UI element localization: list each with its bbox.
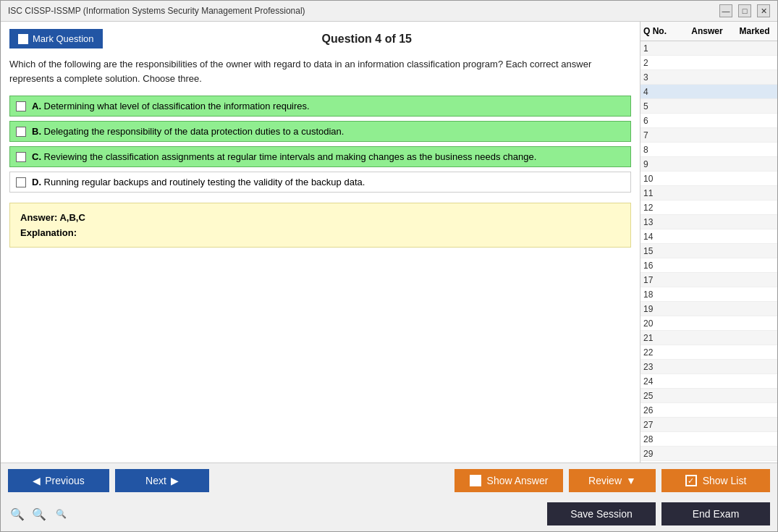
zoom-controls: 🔍 🔍 🔍 <box>8 504 70 523</box>
option-a-text: A. Determining what level of classificat… <box>32 101 310 111</box>
zoom-out-button[interactable]: 🔍 <box>30 504 48 523</box>
q-num: 17 <box>643 275 680 285</box>
q-num: 12 <box>643 203 680 213</box>
question-list-row[interactable]: 17 <box>640 273 777 287</box>
next-arrow-icon: ▶ <box>171 475 179 486</box>
question-list-row[interactable]: 18 <box>640 287 777 302</box>
question-list-row[interactable]: 14 <box>640 229 777 244</box>
end-exam-label: End Exam <box>693 508 740 520</box>
option-a[interactable]: A. Determining what level of classificat… <box>9 96 631 117</box>
question-list[interactable]: 1 2 3 4 5 6 7 8 <box>640 41 777 463</box>
save-session-button[interactable]: Save Session <box>547 502 656 525</box>
option-b[interactable]: B. Delegating the responsibility of the … <box>9 121 631 142</box>
option-d-text: D. Running regular backups and routinely… <box>32 177 365 187</box>
question-list-row[interactable]: 11 <box>640 186 777 200</box>
q-num: 4 <box>643 87 680 97</box>
question-list-row[interactable]: 20 <box>640 316 777 331</box>
answer-box: Answer: A,B,C Explanation: <box>9 203 631 248</box>
zoom-reset-button[interactable]: 🔍 <box>51 504 70 523</box>
question-text: Which of the following are the responsib… <box>9 57 631 85</box>
q-num: 2 <box>643 58 680 68</box>
q-num: 28 <box>643 434 680 444</box>
question-list-row[interactable]: 29 <box>640 447 777 461</box>
q-num: 23 <box>643 362 680 372</box>
right-panel-header: Q No. Answer Marked <box>640 22 777 41</box>
explanation-label: Explanation: <box>20 227 620 238</box>
q-num: 8 <box>643 145 680 155</box>
option-a-checkbox[interactable] <box>16 101 26 111</box>
title-bar: ISC CISSP-ISSMP (Information Systems Sec… <box>1 1 777 22</box>
show-list-button[interactable]: Show List <box>661 469 770 492</box>
col-marked-header: Marked <box>735 26 774 36</box>
question-list-row[interactable]: 2 <box>640 56 777 70</box>
left-panel: Mark Question Question 4 of 15 Which of … <box>1 22 640 463</box>
question-list-row[interactable]: 25 <box>640 389 777 403</box>
question-list-row[interactable]: 23 <box>640 360 777 374</box>
zoom-in-button[interactable]: 🔍 <box>8 504 27 523</box>
q-num: 16 <box>643 261 680 271</box>
review-arrow-icon: ▼ <box>626 475 636 486</box>
previous-label: Previous <box>45 475 84 486</box>
bottom-bar: ◀ Previous Next ▶ Show Answer Review ▼ S… <box>1 463 777 531</box>
q-num: 26 <box>643 405 680 415</box>
question-list-row[interactable]: 10 <box>640 172 777 186</box>
show-list-check-icon <box>685 475 697 486</box>
q-num: 9 <box>643 159 680 169</box>
question-list-row[interactable]: 1 <box>640 41 777 56</box>
question-list-row[interactable]: 26 <box>640 403 777 418</box>
q-num: 25 <box>643 391 680 401</box>
question-list-row[interactable]: 8 <box>640 143 777 157</box>
window-controls[interactable]: — □ ✕ <box>719 4 770 17</box>
save-session-label: Save Session <box>570 508 633 520</box>
col-qno-header: Q No. <box>643 26 680 36</box>
question-list-row[interactable]: 13 <box>640 215 777 229</box>
nav-buttons: ◀ Previous Next ▶ Show Answer Review ▼ S… <box>1 463 777 498</box>
prev-arrow-icon: ◀ <box>33 475 41 486</box>
q-num: 20 <box>643 318 680 329</box>
option-c-checkbox[interactable] <box>16 152 26 162</box>
q-num: 15 <box>643 246 680 256</box>
question-list-row[interactable]: 24 <box>640 374 777 389</box>
next-label: Next <box>145 475 166 486</box>
q-num: 6 <box>643 116 680 126</box>
mark-question-button[interactable]: Mark Question <box>9 29 103 48</box>
question-list-row[interactable]: 16 <box>640 258 777 273</box>
q-num: 21 <box>643 333 680 343</box>
end-exam-button[interactable]: End Exam <box>661 502 770 525</box>
review-button[interactable]: Review ▼ <box>569 469 656 492</box>
option-d[interactable]: D. Running regular backups and routinely… <box>9 172 631 193</box>
question-list-row[interactable]: 9 <box>640 157 777 172</box>
q-num: 22 <box>643 347 680 358</box>
question-list-row[interactable]: 22 <box>640 345 777 360</box>
question-list-row[interactable]: 5 <box>640 99 777 114</box>
question-list-row[interactable]: 3 <box>640 70 777 85</box>
q-num: 1 <box>643 43 680 54</box>
close-button[interactable]: ✕ <box>757 4 770 17</box>
question-list-row[interactable]: 19 <box>640 302 777 316</box>
review-label: Review <box>588 475 622 486</box>
show-answer-button[interactable]: Show Answer <box>454 469 563 492</box>
q-num: 29 <box>643 449 680 459</box>
option-d-checkbox[interactable] <box>16 177 26 187</box>
show-list-label: Show List <box>703 475 747 486</box>
q-num: 11 <box>643 188 680 198</box>
option-c[interactable]: C. Reviewing the classification assignme… <box>9 146 631 167</box>
minimize-button[interactable]: — <box>719 4 732 17</box>
maximize-button[interactable]: □ <box>738 4 751 17</box>
q-num: 14 <box>643 232 680 242</box>
question-list-row[interactable]: 4 <box>640 85 777 99</box>
question-list-row[interactable]: 27 <box>640 418 777 432</box>
previous-button[interactable]: ◀ Previous <box>8 469 109 492</box>
question-list-row[interactable]: 6 <box>640 114 777 128</box>
q-num: 7 <box>643 130 680 140</box>
q-num: 10 <box>643 174 680 184</box>
question-list-row[interactable]: 7 <box>640 128 777 143</box>
question-list-row[interactable]: 12 <box>640 200 777 215</box>
question-list-row[interactable]: 28 <box>640 432 777 447</box>
option-b-checkbox[interactable] <box>16 127 26 137</box>
next-button[interactable]: Next ▶ <box>115 469 209 492</box>
col-answer-header: Answer <box>680 26 735 36</box>
question-list-row[interactable]: 21 <box>640 331 777 345</box>
window-title: ISC CISSP-ISSMP (Information Systems Sec… <box>8 6 305 16</box>
question-list-row[interactable]: 15 <box>640 244 777 258</box>
